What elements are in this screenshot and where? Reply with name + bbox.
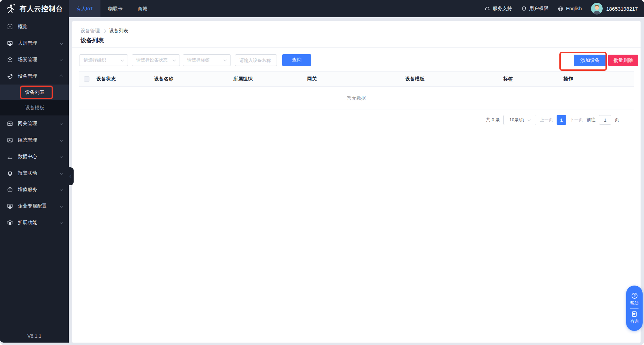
account[interactable]: 18653198217 [591,3,638,14]
column-header-device-template: 设备模板 [405,76,503,82]
prev-page-button[interactable]: 上一页 [540,117,553,123]
sidebar-item-label: 增值服务 [18,187,55,193]
sidebar-item-gateway-management[interactable]: 网关管理 [0,115,69,132]
bar-chart-icon [7,154,13,160]
alarm-bell-icon [7,170,13,176]
tab-mall[interactable]: 商城 [130,0,155,17]
current-page-button[interactable]: 1 [557,115,566,125]
goto-page-input[interactable] [599,115,611,125]
monitor-code-icon [7,203,13,209]
goto-unit-label: 页 [615,117,619,123]
headset-icon [484,6,490,12]
sidebar-item-configuration-management[interactable]: 组态管理 [0,132,69,148]
chevron-down-icon [121,58,124,62]
chevron-down-icon [173,58,176,62]
sidebar-subitem-device-list[interactable]: 设备列表 [0,85,69,100]
account-phone: 18653198217 [606,6,638,12]
search-button[interactable]: 查询 [282,54,311,66]
page-size-value: 10条/页 [509,117,524,123]
sidebar-subitem-label: 设备列表 [25,89,44,96]
sidebar-item-screen-management[interactable]: 大屏管理 [0,35,69,52]
breadcrumb-item-device-list: 设备列表 [109,28,128,34]
service-support-link[interactable]: 服务支持 [484,5,512,12]
sidebar-item-value-added-services[interactable]: 增值服务 [0,181,69,198]
sidebar-item-enterprise-config[interactable]: 企业专属配置 [0,198,69,214]
next-page-button[interactable]: 下一页 [570,117,583,123]
table-header-row: 设备状态 设备名称 所属组织 网关 设备模板 标签 操作 [79,71,634,87]
add-device-button[interactable]: 添加设备 [574,55,606,66]
sidebar-item-label: 网关管理 [18,121,55,127]
table-action-buttons: 添加设备 批量删除 [574,55,638,66]
sidebar-subitem-device-template[interactable]: 设备模板 [0,100,69,115]
chevron-down-icon [60,138,63,142]
sidebar: 概览 大屏管理 [0,17,69,343]
sidebar-item-scene-management[interactable]: 场景管理 [0,52,69,68]
overview-icon [7,24,13,30]
chevron-down-icon [60,188,63,191]
chevron-down-icon [60,41,63,45]
column-header-actions: 操作 [564,76,634,82]
column-header-tag: 标签 [503,76,564,82]
chevron-down-icon [527,118,531,121]
device-name-input[interactable] [235,54,277,66]
usr-person-logo-icon [6,3,16,14]
sidebar-item-alarm-linkage[interactable]: 报警联动 [0,165,69,181]
sidebar-item-label: 扩展功能 [18,220,55,226]
sidebar-item-label: 组态管理 [18,137,55,143]
image-icon [7,137,13,143]
sidebar-item-overview[interactable]: 概览 [0,19,69,35]
tab-usr-iot[interactable]: 有人IoT [69,0,100,17]
language-label: English [566,6,582,11]
topbar-right: 服务支持 用户权限 [484,3,644,14]
logo[interactable]: 有人云控制台 [0,0,69,17]
cube-icon [7,57,13,63]
chevron-down-icon [224,58,227,62]
screen-wave-icon [7,40,13,46]
help-button[interactable]: 帮助 [630,292,638,306]
select-all-checkbox[interactable] [84,76,89,82]
device-status-select[interactable]: 请选择设备状态 [132,54,180,66]
top-bar: 有人云控制台 有人IoT 物联卡 商城 服务支持 [0,0,644,17]
service-support-label: 服务支持 [493,5,512,12]
pagination: 共 0 条 10条/页 上一页 1 下一页 前往 页 [486,115,619,125]
table-empty-state: 暂无数据 [79,87,634,110]
chevron-down-icon [60,122,63,125]
user-permission-label: 用户权限 [529,5,548,12]
sidebar-subitem-label: 设备模板 [25,105,44,111]
empty-text: 暂无数据 [347,95,366,101]
app-title: 有人云控制台 [20,4,63,13]
sidebar-item-label: 数据中心 [18,154,55,160]
chevron-down-icon [60,204,63,208]
tag-select[interactable]: 请选择标签 [183,54,231,66]
consult-button[interactable]: 咨询 [630,311,638,324]
chevron-down-icon [60,221,63,224]
sidebar-item-label: 大屏管理 [18,40,55,46]
language-switcher[interactable]: English [558,6,582,12]
column-header-device-status: 设备状态 [96,76,154,82]
chevron-up-icon [60,75,63,78]
sidebar-item-extended-functions[interactable]: 扩展功能 [0,214,69,231]
breadcrumb-item-device-management[interactable]: 设备管理 [80,28,100,34]
chevron-left-icon [69,175,73,178]
page-size-select[interactable]: 10条/页 [503,115,536,125]
user-avatar[interactable] [591,3,603,14]
device-management-submenu: 设备列表 设备模板 [0,85,69,115]
sidebar-item-label: 场景管理 [18,57,55,63]
product-tabs: 有人IoT 物联卡 商城 [69,0,155,17]
sidebar-item-data-center[interactable]: 数据中心 [0,148,69,165]
layers-icon [7,220,13,226]
tab-iot-card[interactable]: 物联卡 [100,0,130,17]
org-select[interactable]: 请选择组织 [79,54,128,66]
sidebar-item-device-management[interactable]: 设备管理 [0,68,69,85]
sidebar-collapse-handle[interactable] [69,167,74,185]
title-divider [72,47,641,48]
chevron-down-icon [60,58,63,61]
consult-label: 咨询 [630,319,638,324]
main-content: 设备管理 设备列表 设备列表 请选择组织 请选择设备状态 请选择标签 查询 添加… [72,21,641,343]
pagination-total: 共 0 条 [486,117,500,123]
user-permission-link[interactable]: 用户权限 [521,5,548,12]
batch-delete-button[interactable]: 批量删除 [608,55,638,66]
column-header-device-name: 设备名称 [154,76,233,82]
breadcrumb: 设备管理 设备列表 [80,28,128,34]
goto-label: 前往 [587,117,595,123]
